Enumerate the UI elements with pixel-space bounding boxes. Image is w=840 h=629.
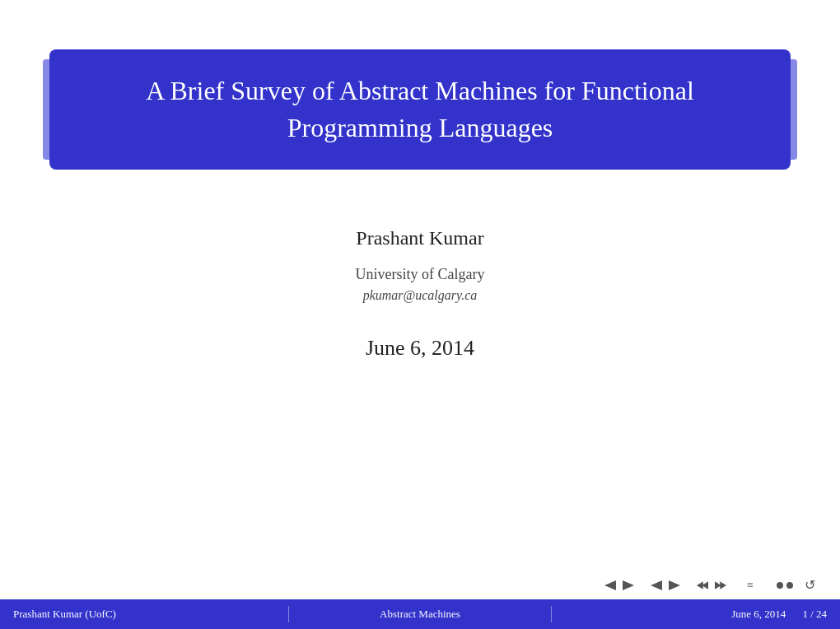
title-line1: A Brief Survey of Abstract Machines for … (146, 76, 694, 105)
nav-right-arrow-1[interactable] (622, 580, 635, 591)
svg-marker-2 (651, 580, 662, 590)
presentation-date: June 6, 2014 (356, 336, 485, 361)
nav-left-arrow-1[interactable] (604, 580, 617, 591)
author-section: Prashant Kumar University of Calgary pku… (356, 227, 485, 361)
nav-align-icon: ≡ (744, 580, 757, 591)
slide-title: A Brief Survey of Abstract Machines for … (82, 72, 758, 147)
nav-right-arrow-2[interactable] (668, 580, 681, 591)
nav-left-double-arrow[interactable] (696, 580, 709, 591)
title-box: A Brief Survey of Abstract Machines for … (49, 49, 791, 170)
author-name: Prashant Kumar (356, 227, 485, 249)
nav-refresh-icon[interactable]: ↺ (805, 577, 815, 593)
footer-title: Abstract Machines (289, 608, 551, 621)
footer-author: Prashant Kumar (UofC) (0, 608, 288, 621)
svg-marker-0 (604, 580, 616, 590)
nav-right-double-arrow[interactable] (714, 580, 727, 591)
footer-date: June 6, 2014 (731, 608, 786, 621)
nav-left-arrow-2[interactable] (650, 580, 663, 591)
svg-marker-1 (623, 580, 634, 590)
nav-dot-1[interactable] (777, 582, 783, 589)
footer-right-section: June 6, 2014 1 / 24 (552, 608, 840, 621)
svg-marker-3 (669, 580, 680, 590)
author-email: pkumar@ucalgary.ca (356, 288, 485, 303)
nav-controls[interactable]: ≡ ↺ (604, 577, 815, 593)
author-university: University of Calgary (356, 266, 485, 283)
slide-content: A Brief Survey of Abstract Machines for … (0, 0, 840, 629)
nav-dot-2[interactable] (786, 582, 793, 589)
slide-container: A Brief Survey of Abstract Machines for … (0, 0, 840, 629)
title-line2: Programming Languages (287, 113, 553, 142)
footer-page: 1 / 24 (802, 608, 827, 621)
footer-bar: Prashant Kumar (UofC) Abstract Machines … (0, 599, 840, 629)
nav-dots[interactable] (777, 582, 793, 589)
